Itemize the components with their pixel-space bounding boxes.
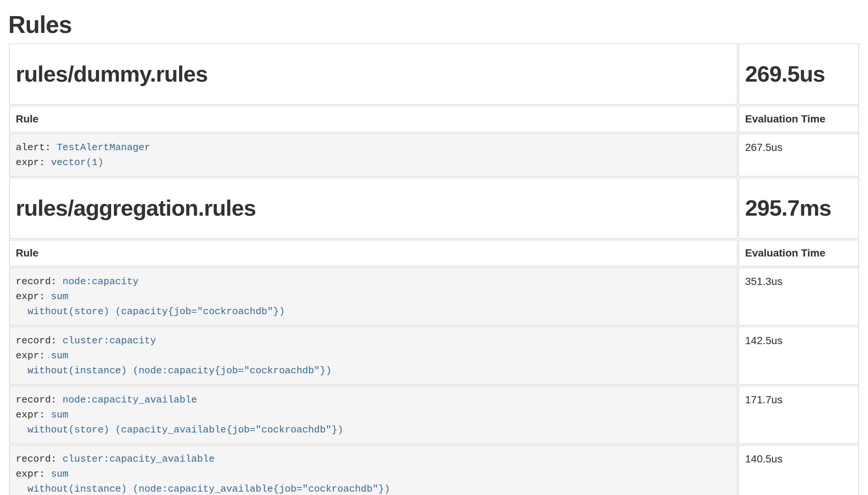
rule-group-eval-time: 295.7ms (745, 193, 852, 223)
rule-column-header: Rule (9, 106, 738, 133)
record-name-link[interactable]: cluster:capacity_available (63, 453, 215, 465)
rule-group-file-cell: rules/dummy.rules (9, 43, 738, 105)
rule-kind-keyword: record: (16, 453, 57, 465)
rule-expr-link[interactable]: sum without(instance) (node:capacity_ava… (16, 468, 390, 495)
expr-keyword: expr: (16, 350, 45, 361)
rule-group-header-row: rules/aggregation.rules295.7ms (9, 177, 859, 239)
rule-row: record: node:capacity_available expr: su… (9, 386, 859, 444)
rule-eval-time: 140.5us (738, 445, 859, 495)
rule-expr-link[interactable]: vector(1) (51, 157, 103, 168)
rule-cell: record: cluster:capacity_available expr:… (9, 445, 738, 495)
rule-row: record: node:capacity expr: sum without(… (9, 267, 859, 326)
column-header-row: RuleEvaluation Time (9, 240, 859, 267)
rule-kind-keyword: record: (16, 335, 57, 346)
rule-eval-time: 142.5us (738, 327, 859, 385)
expr-keyword: expr: (16, 468, 45, 480)
rule-group-header-row: rules/dummy.rules269.5us (9, 43, 859, 105)
rule-row: alert: TestAlertManager expr: vector(1)2… (9, 133, 859, 177)
expr-keyword: expr: (16, 291, 45, 302)
rule-kind-keyword: record: (16, 276, 57, 287)
expr-keyword: expr: (16, 409, 45, 420)
rule-cell: record: node:capacity expr: sum without(… (9, 267, 738, 326)
rule-kind-keyword: alert: (16, 142, 51, 153)
rule-cell: record: cluster:capacity expr: sum witho… (9, 327, 738, 385)
expr-keyword: expr: (16, 157, 45, 168)
eval-time-column-header: Evaluation Time (738, 106, 859, 133)
record-name-link[interactable]: node:capacity_available (63, 394, 197, 406)
column-header-row: RuleEvaluation Time (9, 106, 859, 133)
rule-expr-link[interactable]: sum without(store) (capacity_available{j… (16, 409, 343, 435)
eval-time-column-header: Evaluation Time (738, 240, 859, 267)
rules-table-body: rules/dummy.rules269.5usRuleEvaluation T… (9, 43, 859, 495)
rule-group-file-cell: rules/aggregation.rules (9, 177, 738, 239)
rule-group-eval-time-cell: 295.7ms (738, 177, 859, 239)
rule-group-eval-time: 269.5us (745, 59, 852, 89)
record-name-link[interactable]: node:capacity (63, 276, 139, 287)
page-title: Rules (8, 10, 860, 39)
rule-eval-time: 351.3us (738, 267, 859, 326)
rule-group-file: rules/aggregation.rules (16, 193, 731, 223)
rule-row: record: cluster:capacity expr: sum witho… (9, 327, 859, 385)
record-name-link[interactable]: cluster:capacity (63, 335, 156, 346)
rule-group-file: rules/dummy.rules (16, 59, 731, 89)
rule-expr-link[interactable]: sum without(store) (capacity{job="cockro… (16, 291, 285, 317)
rules-page: Rules rules/dummy.rules269.5usRuleEvalua… (0, 0, 868, 495)
rule-cell: alert: TestAlertManager expr: vector(1) (9, 133, 738, 177)
rule-group-eval-time-cell: 269.5us (738, 43, 859, 105)
rules-table: rules/dummy.rules269.5usRuleEvaluation T… (8, 43, 860, 495)
rule-kind-keyword: record: (16, 394, 57, 406)
rule-eval-time: 267.5us (738, 133, 859, 177)
alert-name-link[interactable]: TestAlertManager (57, 142, 150, 153)
rule-expr-link[interactable]: sum without(instance) (node:capacity{job… (16, 350, 332, 376)
rule-row: record: cluster:capacity_available expr:… (9, 445, 859, 495)
rule-eval-time: 171.7us (738, 386, 859, 444)
rule-column-header: Rule (9, 240, 738, 267)
rule-cell: record: node:capacity_available expr: su… (9, 386, 738, 444)
